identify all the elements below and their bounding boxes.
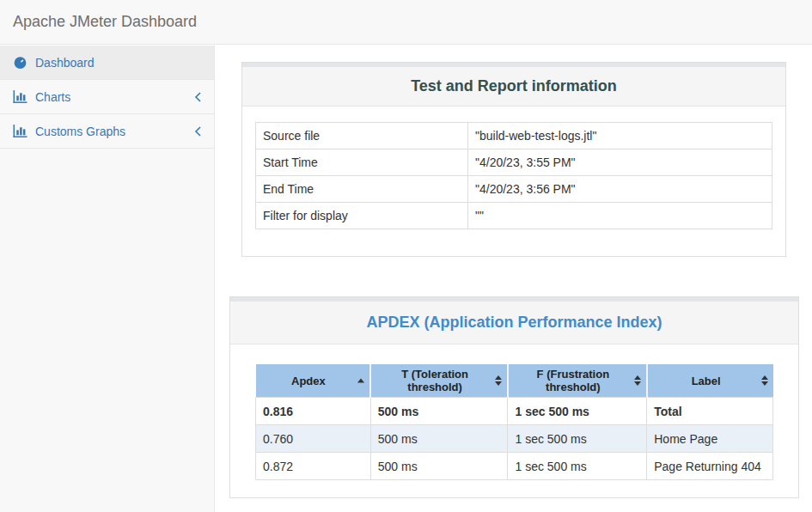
- info-table-row: End Time"4/20/23, 3:56 PM": [256, 176, 772, 203]
- info-table-row: Source file"build-web-test-logs.jtl": [256, 123, 772, 149]
- apdex-column-header[interactable]: F (Frustration threshold): [508, 364, 647, 398]
- apdex-cell: 500 ms: [370, 453, 508, 480]
- test-report-panel-body: Source file"build-web-test-logs.jtl"Star…: [242, 107, 785, 245]
- apdex-cell: Total: [647, 398, 773, 425]
- sort-both-icon: [761, 375, 768, 386]
- test-report-panel-title: Test and Report information: [411, 77, 617, 95]
- info-row-label: Start Time: [256, 149, 468, 176]
- apdex-cell: 1 sec 500 ms: [508, 453, 647, 480]
- info-table-row: Filter for display"": [256, 203, 772, 229]
- apdex-cell: Home Page: [647, 425, 773, 453]
- apdex-table-row: 0.760500 ms1 sec 500 msHome Page: [256, 425, 773, 453]
- apdex-table: ApdexT (Toleration threshold)F (Frustrat…: [255, 364, 773, 480]
- info-row-label: Filter for display: [256, 203, 468, 229]
- apdex-cell: Page Returning 404: [647, 453, 773, 480]
- apdex-cell: 1 sec 500 ms: [508, 425, 647, 453]
- apdex-cell: 0.760: [256, 425, 371, 453]
- sort-asc-icon: [357, 379, 364, 383]
- apdex-cell: 500 ms: [370, 398, 508, 425]
- apdex-column-label: Label: [692, 375, 721, 387]
- apdex-cell: 500 ms: [370, 425, 508, 453]
- info-row-label: End Time: [256, 176, 468, 203]
- info-row-value: "4/20/23, 3:56 PM": [468, 176, 772, 203]
- main-content: Test and Report information Source file"…: [216, 46, 812, 512]
- info-row-value: "4/20/23, 3:55 PM": [468, 149, 772, 176]
- apdex-column-label: T (Toleration threshold): [401, 368, 468, 393]
- sidebar-item-label: Dashboard: [35, 56, 95, 70]
- sort-both-icon: [495, 375, 502, 386]
- apdex-panel-heading: APDEX (Application Performance Index): [230, 302, 798, 344]
- sidebar-item-label: Customs Graphs: [35, 125, 125, 138]
- bar-chart-icon: [13, 125, 28, 137]
- apdex-panel-body: ApdexT (Toleration threshold)F (Frustrat…: [230, 344, 798, 480]
- apdex-column-header[interactable]: T (Toleration threshold): [370, 364, 508, 398]
- sidebar-item-dashboard[interactable]: Dashboard: [0, 46, 214, 80]
- dashboard-icon: [13, 55, 28, 70]
- sidebar: Dashboard Charts Customs: [0, 46, 215, 512]
- app-title: Apache JMeter Dashboard: [0, 13, 197, 31]
- apdex-panel: APDEX (Application Performance Index) Ap…: [229, 296, 799, 498]
- apdex-column-label: Apdex: [291, 375, 326, 387]
- test-report-panel-heading: Test and Report information: [242, 67, 785, 107]
- apdex-cell: 0.816: [256, 398, 371, 425]
- info-row-label: Source file: [256, 123, 468, 149]
- sort-both-icon: [634, 375, 641, 386]
- test-report-table: Source file"build-web-test-logs.jtl"Star…: [255, 122, 772, 229]
- apdex-table-row: 0.872500 ms1 sec 500 msPage Returning 40…: [256, 453, 773, 480]
- info-table-row: Start Time"4/20/23, 3:55 PM": [256, 149, 772, 176]
- info-row-value: "build-web-test-logs.jtl": [468, 123, 772, 149]
- bar-chart-icon: [13, 90, 28, 103]
- sidebar-item-charts[interactable]: Charts: [0, 80, 214, 114]
- sidebar-item-customs-graphs[interactable]: Customs Graphs: [0, 114, 214, 149]
- info-row-value: "": [468, 203, 772, 229]
- apdex-cell: 0.872: [256, 453, 371, 480]
- chevron-left-icon: [194, 91, 202, 102]
- apdex-column-header[interactable]: Apdex: [256, 364, 371, 398]
- sidebar-item-label: Charts: [35, 90, 70, 104]
- apdex-column-header[interactable]: Label: [647, 364, 773, 398]
- apdex-cell: 1 sec 500 ms: [508, 398, 647, 425]
- chevron-left-icon: [194, 125, 202, 137]
- apdex-panel-title: APDEX (Application Performance Index): [366, 314, 662, 332]
- top-navbar: Apache JMeter Dashboard: [0, 0, 812, 45]
- test-report-panel: Test and Report information Source file"…: [241, 62, 786, 257]
- apdex-column-label: F (Frustration threshold): [537, 368, 610, 393]
- apdex-table-row: 0.816500 ms1 sec 500 msTotal: [256, 398, 773, 425]
